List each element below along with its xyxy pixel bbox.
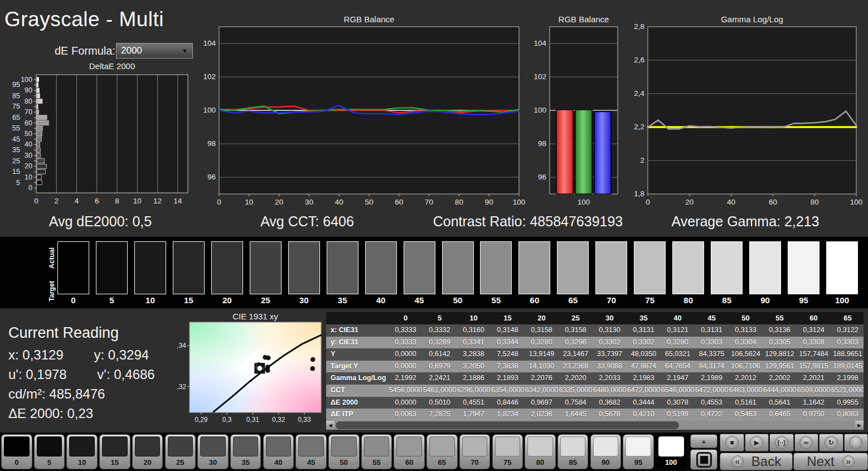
patch-button-25[interactable]: 25 [165, 434, 196, 469]
patch-button-30[interactable]: 30 [197, 434, 229, 469]
pattern-window-button[interactable] [690, 449, 717, 470]
svg-text:100: 100 [21, 76, 32, 84]
table-cell: 0,3131 [695, 324, 729, 337]
table-cell: 23,1467 [559, 348, 593, 361]
patch-label-40: 40 [266, 458, 292, 467]
scrollbar-track[interactable] [334, 421, 855, 430]
patch-button-95[interactable]: 95 [623, 434, 654, 469]
reading-y: y: 0,3294 [94, 347, 149, 363]
table-header-row: 05101520253035404550556065 [326, 312, 864, 324]
deltae-bar-70 [37, 110, 38, 114]
chevron-left-icon: « [731, 455, 744, 468]
swatch-45 [404, 241, 435, 294]
table-cell: 0,3332 [423, 324, 457, 337]
deltae-bar-100 [37, 77, 39, 82]
scroll-right-arrow[interactable]: ▶ [855, 421, 864, 430]
svg-text:80: 80 [811, 198, 819, 206]
patch-color-55 [364, 436, 390, 457]
svg-text:CIE 1931 xy: CIE 1931 xy [232, 313, 278, 321]
table-horizontal-scrollbar[interactable]: ◀ ▶ [326, 421, 864, 430]
infinity-loop-button[interactable]: ∞ [794, 434, 819, 451]
table-header-cell: 50 [729, 312, 763, 324]
record-blank-icon [849, 436, 862, 449]
table-row-label: CCT [326, 385, 389, 397]
arrow-up-icon: ▲ [701, 438, 707, 444]
table-cell: 0,8083 [831, 409, 864, 421]
deltae-bar-50 [37, 132, 42, 136]
table-row: Gamma Log/Log2,19922,24212,18862,18932,2… [326, 372, 864, 385]
table-cell: 0,3303 [695, 337, 729, 349]
patch-button-5[interactable]: 5 [34, 434, 65, 469]
patch-button-80[interactable]: 80 [525, 434, 556, 469]
svg-text:RGB Balance: RGB Balance [344, 16, 395, 24]
table-cell: 0,3130 [593, 324, 627, 337]
table-cell: 1,6445 [559, 409, 593, 421]
stop-button[interactable]: ■ [720, 434, 744, 451]
scroll-left-arrow[interactable]: ◀ [326, 421, 334, 430]
swatch-100 [826, 241, 858, 294]
patch-color-90 [593, 436, 619, 457]
play-button[interactable]: ▶ [745, 434, 769, 451]
back-button[interactable]: « Back [720, 453, 793, 470]
scrollbar-thumb[interactable] [336, 421, 679, 429]
refresh-loop-button[interactable]: ↻ [819, 434, 843, 451]
patch-button-65[interactable]: 65 [426, 434, 458, 469]
patch-button-20[interactable]: 20 [132, 434, 163, 469]
patch-color-30 [200, 436, 226, 457]
collapse-up-button[interactable]: ▲ [690, 434, 717, 448]
svg-text:96: 96 [207, 173, 216, 181]
swatch-label-70: 70 [595, 295, 627, 304]
table-row: CCT5456,00005461,00006296,00006354,00006… [326, 385, 864, 397]
range-marker-button[interactable]: [··] [769, 434, 794, 451]
swatch-0 [57, 241, 89, 294]
patch-button-0[interactable]: 0 [1, 434, 32, 469]
svg-text:90: 90 [485, 198, 493, 206]
table-cell: 0,0063 [389, 409, 423, 421]
deltae-bar-20 [37, 164, 47, 168]
svg-text:8: 8 [115, 197, 119, 205]
table-cell: 0,5010 [423, 397, 457, 409]
table-cell: 13,9149 [525, 348, 559, 361]
table-cell: 0,3158 [559, 324, 593, 337]
de-formula-select[interactable]: 2000 ▼ [116, 43, 193, 59]
patch-button-75[interactable]: 75 [492, 434, 523, 469]
patch-button-85[interactable]: 85 [557, 434, 589, 469]
deltae-bar-10 [37, 175, 41, 179]
rgb-bar-green [575, 110, 592, 194]
table-cell: 6472,0000 [627, 385, 661, 397]
table-cell: 6342,0000 [525, 385, 559, 397]
svg-text:15: 15 [12, 168, 20, 176]
patch-button-45[interactable]: 45 [295, 434, 327, 469]
deltae-bar-90 [37, 88, 40, 93]
reading-uv-row: u': 0,1978 v': 0,4686 [8, 367, 176, 382]
patch-button-100[interactable]: 100 [656, 434, 687, 469]
rgb-balance-line-chart: RGB Balance96981001021040102030405060708… [199, 16, 525, 213]
deltae-bar-35 [37, 148, 40, 152]
svg-text:102: 102 [203, 72, 216, 81]
patch-button-90[interactable]: 90 [590, 434, 622, 469]
svg-text:60: 60 [25, 119, 32, 127]
patch-button-55[interactable]: 55 [361, 434, 392, 469]
patch-button-40[interactable]: 40 [263, 434, 294, 469]
table-cell: 6472,0000 [695, 385, 729, 397]
patch-button-60[interactable]: 60 [394, 434, 425, 469]
table-cell: 5456,0000 [389, 385, 423, 397]
table-cell: 0,5199 [661, 409, 695, 421]
patch-button-10[interactable]: 10 [66, 434, 98, 469]
record-blank-button[interactable] [844, 434, 868, 451]
table-cell: 6444,0000 [763, 385, 797, 397]
table-cell: 0,5161 [729, 397, 763, 409]
patch-button-35[interactable]: 35 [230, 434, 261, 469]
patch-button-15[interactable]: 15 [99, 434, 130, 469]
patch-button-70[interactable]: 70 [459, 434, 491, 469]
table-cell: 2,2020 [559, 372, 593, 385]
patch-label-5: 5 [37, 458, 62, 467]
swatch-80 [672, 241, 704, 294]
table-row: y: CIE310,33330,32890,33410,33440,32800,… [326, 337, 864, 349]
patch-button-50[interactable]: 50 [328, 434, 360, 469]
table-cell: 33,9088 [593, 361, 627, 373]
table-header-cell: 20 [525, 312, 559, 324]
table-cell: 84,3174 [695, 361, 729, 373]
pattern-control-row: ■▶[··]∞↻ [720, 434, 868, 451]
next-button[interactable]: Next » [793, 453, 868, 470]
